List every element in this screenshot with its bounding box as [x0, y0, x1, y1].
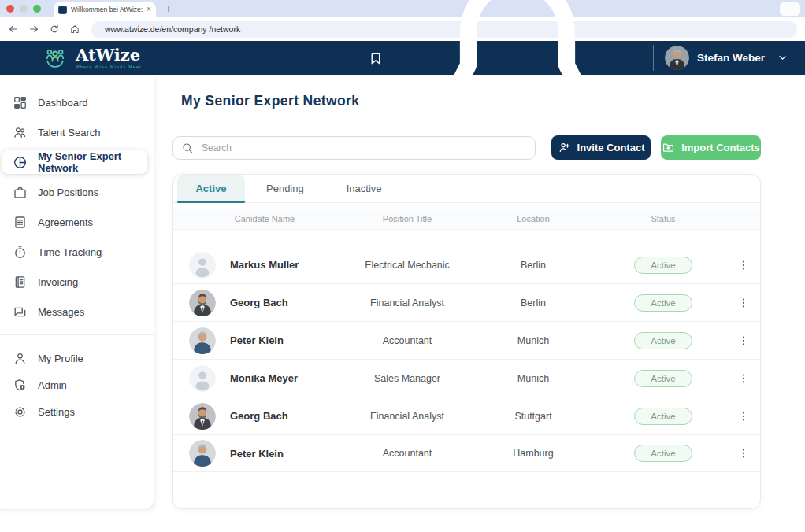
- main-content: My Senior Expert Network Invite Contact …: [154, 75, 805, 532]
- header-divider: [653, 45, 654, 71]
- tab-active[interactable]: Active: [177, 175, 245, 202]
- sidebar-item-agreements[interactable]: Agreements: [2, 210, 147, 234]
- import-contacts-label: Import Contacts: [681, 142, 760, 153]
- browser-tab[interactable]: Willkommen bei AtWize: Der.. ×: [54, 2, 156, 17]
- home-button[interactable]: [66, 20, 83, 38]
- search-box: [172, 136, 536, 160]
- sidebar-item-label: Invoicing: [38, 276, 78, 288]
- status-badge: Active: [634, 332, 692, 349]
- sidebar-item-job-positions[interactable]: Job Positions: [2, 180, 147, 204]
- table-row[interactable]: Georg Bach Financial Analyst Berlin Acti…: [173, 283, 760, 321]
- settings-icon: [13, 405, 28, 419]
- import-contacts-button[interactable]: Import Contacts: [661, 135, 761, 160]
- photo-avatar-georg: [189, 290, 216, 316]
- location: Munich: [474, 373, 592, 384]
- position-title: Electrical Mechanic: [340, 260, 474, 271]
- table-row[interactable]: Markus Muller Electrical Mechanic Berlin…: [173, 246, 760, 283]
- forward-button[interactable]: [25, 20, 43, 38]
- tab-close-icon[interactable]: ×: [147, 6, 151, 13]
- sidebar-item-messages[interactable]: Messages: [2, 300, 147, 323]
- candidate-name: Georg Bach: [230, 410, 340, 422]
- column-header-location: Location: [474, 214, 592, 224]
- search-input[interactable]: [172, 136, 536, 160]
- network-card: ActivePendingInactive Canidate Name Posi…: [172, 174, 761, 509]
- kebab-menu-icon[interactable]: [737, 259, 750, 272]
- location: Hamburg: [474, 448, 592, 459]
- table-row[interactable]: Monika Meyer Sales Manager Munich Active: [173, 359, 760, 397]
- brand-logo[interactable]: AtWize Where Wise Minds Meet: [41, 45, 142, 72]
- kebab-menu-icon[interactable]: [737, 297, 750, 309]
- brand-name: AtWize: [76, 46, 142, 63]
- status-badge: Active: [634, 370, 692, 387]
- table-row[interactable]: Peter Klein Accountant Hamburg Active: [173, 434, 760, 472]
- back-button[interactable]: [5, 20, 22, 38]
- chevron-down-icon[interactable]: [777, 53, 788, 63]
- search-icon: [181, 142, 194, 154]
- user-name: Stefan Weber: [697, 52, 765, 64]
- kebab-menu-icon[interactable]: [737, 372, 750, 385]
- agreements-icon: [13, 215, 28, 230]
- sidebar-item-invoicing[interactable]: Invoicing: [2, 270, 147, 294]
- sidebar-item-my-profile[interactable]: My Profile: [2, 348, 147, 368]
- table-row[interactable]: Georg Bach Financial Analyst Stuttgart A…: [173, 397, 760, 434]
- column-header-position-title: Position Title: [340, 214, 474, 224]
- position-title: Accountant: [340, 448, 474, 459]
- kebab-menu-icon[interactable]: [737, 447, 750, 460]
- window-close-button[interactable]: [6, 5, 14, 13]
- bookmark-icon[interactable]: [368, 50, 384, 66]
- app-header: AtWize Where Wise Minds Meet 3 Stefan We…: [0, 41, 805, 75]
- window-zoom-button[interactable]: [33, 5, 41, 13]
- placeholder-avatar: [189, 365, 216, 392]
- sidebar-item-label: Talent Search: [38, 127, 101, 139]
- invoicing-icon: [13, 275, 28, 290]
- sidebar-item-label: My Profile: [38, 353, 83, 364]
- sidebar-item-label: Admin: [38, 379, 67, 391]
- window-minimize-button[interactable]: [20, 5, 28, 13]
- url-text: www.atwize.de/en/company /network: [105, 24, 240, 34]
- dashboard-icon: [13, 95, 28, 110]
- photo-avatar-peter: [189, 440, 216, 467]
- position-title: Financial Analyst: [340, 297, 474, 308]
- photo-avatar-georg: [189, 403, 216, 430]
- reload-button[interactable]: [46, 20, 63, 38]
- status-badge: Active: [634, 445, 692, 462]
- new-tab-button[interactable]: +: [165, 3, 172, 14]
- status-badge: Active: [634, 408, 692, 425]
- tab-bar: ActivePendingInactive: [173, 175, 760, 203]
- position-title: Sales Manager: [340, 373, 474, 384]
- time-tracking-icon: [13, 245, 28, 260]
- sidebar-item-my-senior-expert-network[interactable]: My Senior Expert Network: [2, 150, 147, 174]
- sidebar-secondary-nav: My Profile Admin Settings: [0, 348, 154, 422]
- sidebar-item-label: Time Tracking: [38, 246, 102, 258]
- group-logo-icon: [41, 45, 69, 72]
- actions-row: Invite Contact Import Contacts: [172, 135, 761, 160]
- talent-search-icon: [13, 125, 28, 140]
- position-title: Financial Analyst: [340, 411, 474, 422]
- sidebar: Dashboard Talent Search My Senior Expert…: [0, 75, 154, 510]
- status-badge: Active: [634, 294, 692, 312]
- kebab-menu-icon[interactable]: [737, 334, 750, 347]
- sidebar-item-label: My Senior Expert Network: [38, 150, 147, 174]
- location: Munich: [474, 335, 592, 346]
- avatar[interactable]: [665, 46, 689, 70]
- candidate-name: Peter Klein: [230, 448, 340, 460]
- kebab-menu-icon[interactable]: [737, 410, 750, 423]
- tab-label: Inactive: [347, 183, 382, 194]
- table-row[interactable]: Peter Klein Accountant Munich Active: [173, 321, 760, 359]
- brand-tagline: Where Wise Minds Meet: [76, 65, 142, 69]
- sidebar-item-label: Job Positions: [38, 187, 98, 198]
- sidebar-item-settings[interactable]: Settings: [2, 401, 147, 422]
- sidebar-item-admin[interactable]: Admin: [2, 375, 147, 395]
- tab-pending[interactable]: Pending: [245, 175, 325, 202]
- site-favicon: [58, 6, 67, 14]
- position-title: Accountant: [340, 335, 474, 346]
- tab-inactive[interactable]: Inactive: [325, 175, 403, 202]
- sidebar-item-dashboard[interactable]: Dashboard: [2, 91, 147, 114]
- status-badge: Active: [634, 257, 692, 274]
- messages-icon: [13, 305, 28, 320]
- browser-tab-title: Willkommen bei AtWize: Der..: [71, 6, 143, 13]
- sidebar-item-time-tracking[interactable]: Time Tracking: [2, 240, 147, 264]
- sidebar-primary-nav: Dashboard Talent Search My Senior Expert…: [0, 91, 154, 323]
- location: Berlin: [474, 297, 592, 308]
- sidebar-item-talent-search[interactable]: Talent Search: [2, 120, 147, 144]
